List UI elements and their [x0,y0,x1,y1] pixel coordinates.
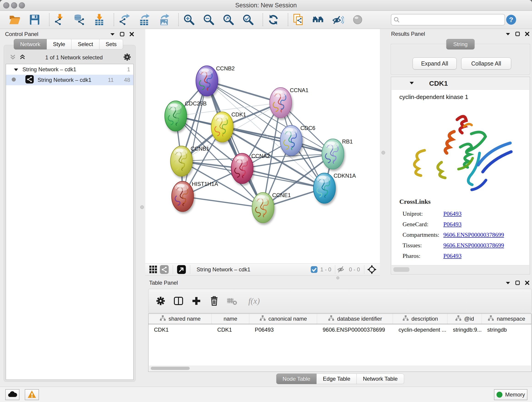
node-CCNB2[interactable] [196,66,218,96]
help-icon[interactable]: ? [505,13,517,26]
network-graph[interactable]: CCNB2CCNA1CDC25BCDK1CDC6RB1CCNB1CCNA2CDK… [145,29,380,263]
cell-namespace[interactable]: stringdb [482,327,531,333]
fit-selected-icon[interactable] [366,263,378,276]
open-folder-icon[interactable] [9,13,21,26]
grid-view-icon[interactable] [148,263,158,276]
edge-HIST1H1A-CCNE1[interactable] [183,196,263,208]
memory-button[interactable]: Memory [494,389,527,400]
zoom-selected-icon[interactable] [242,13,254,26]
crosslink-link[interactable]: P06493 [443,253,462,259]
import-network-icon[interactable] [54,13,66,26]
zoom-out-icon[interactable] [203,13,215,26]
network-options-gear-icon[interactable] [123,52,132,63]
node-CCNE1[interactable] [252,192,274,223]
tab-node-table[interactable]: Node Table [276,374,317,384]
table-options-gear-icon[interactable] [154,295,167,307]
edge-CCNB2-CCNE1[interactable] [207,81,263,208]
tab-edge-table[interactable]: Edge Table [317,374,357,384]
delete-column-icon[interactable] [208,295,220,307]
warnings-button[interactable] [25,389,39,400]
node-CCNA2[interactable] [231,153,253,184]
cell-canonical-name[interactable]: P06493 [249,327,317,333]
crosslink-link[interactable]: P06493 [443,221,462,228]
tab-string[interactable]: String [446,39,475,50]
node-RB1[interactable] [322,139,344,169]
search-input[interactable] [399,15,505,24]
refresh-icon[interactable] [267,13,279,26]
column-header-canonical-name[interactable]: canonical name [249,314,317,324]
node-CDC6[interactable] [280,125,302,156]
cell-name[interactable]: CDK1 [212,327,249,333]
table-panel-collapse-icon[interactable] [505,281,510,285]
protein-card-header[interactable]: CDK1 [392,77,529,89]
export-image-icon[interactable] [158,13,170,26]
string-home-icon[interactable] [312,13,324,26]
node-CCNB1[interactable] [171,146,192,176]
import-database-icon[interactable] [73,13,86,26]
table-h-scrollbar[interactable] [149,366,531,371]
save-icon[interactable] [28,13,41,26]
tab-select[interactable]: Select [71,39,99,50]
left-splitter-handle[interactable] [140,205,144,209]
control-panel-collapse-icon[interactable] [110,32,115,36]
add-column-icon[interactable] [190,295,203,307]
column-header--id[interactable]: @id [447,314,482,324]
clone-network-icon[interactable] [292,13,305,26]
column-header-description[interactable]: description [393,314,447,324]
selected-items-checkbox-icon[interactable] [310,263,318,276]
export-table-icon[interactable] [138,13,150,26]
control-panel-close-icon[interactable] [129,32,134,37]
show-hide-icon[interactable] [332,13,344,26]
table-panel-float-icon[interactable] [515,280,520,285]
results-panel-collapse-icon[interactable] [505,32,510,36]
results-scrollbar[interactable] [392,265,529,274]
cell-shared-name[interactable]: CDK1 [148,327,212,333]
zoom-in-icon[interactable] [183,13,195,26]
expand-all-button[interactable]: Expand All [413,57,457,70]
node-HIST1H1A[interactable] [172,181,194,211]
show-columns-icon[interactable] [172,295,185,307]
crosslink-link[interactable]: 9606.ENSP00000378699 [443,242,504,249]
cloud-status-button[interactable] [5,389,19,400]
edge-CCNB2-HIST1H1A[interactable] [183,81,207,196]
tab-style[interactable]: Style [47,39,71,50]
column-header-shared-name[interactable]: shared name [148,314,212,324]
network-row[interactable]: String Network – cdk1 11 48 [6,75,133,85]
table-splitter-handle[interactable] [336,276,339,279]
results-panel-float-icon[interactable] [515,32,520,36]
crosslink-link[interactable]: 9606.ENSP00000378699 [443,231,504,238]
node-CCNA1[interactable] [270,88,292,118]
node-CDC25B[interactable] [165,101,187,131]
birdseye-view-icon[interactable] [176,263,187,276]
collapse-all-networks-icon[interactable] [10,54,16,61]
cell--id[interactable]: stringdb:9... [447,327,482,333]
network-canvas[interactable]: CCNB2CCNA1CDC25BCDK1CDC6RB1CCNB1CCNA2CDK… [145,29,380,263]
tree-expand-icon[interactable] [14,66,18,73]
network-collection-row[interactable]: String Network – cdk1 1 [6,64,133,75]
control-panel-float-icon[interactable] [120,32,125,37]
node-CDK1[interactable] [211,112,233,142]
zoom-fit-icon[interactable] [222,13,234,26]
node-CDKN1A[interactable] [313,173,336,203]
table-row[interactable]: CDK1CDK1P064939606.ENSP00000378699cyclin… [148,324,531,335]
cell-database-identifier[interactable]: 9606.ENSP00000378699 [317,327,393,333]
results-panel-close-icon[interactable] [525,32,530,36]
export-network-icon[interactable] [118,13,131,26]
column-header-namespace[interactable]: namespace [482,314,531,324]
right-splitter-handle[interactable] [381,151,385,154]
tab-sets[interactable]: Sets [99,39,123,50]
edge-CCNB2-CCNA1[interactable] [207,81,281,103]
cell-description[interactable]: cyclin-dependent ... [393,327,447,333]
column-header-database-identifier[interactable]: database identifier [317,314,393,324]
tab-network-table[interactable]: Network Table [357,374,404,384]
table-panel-close-icon[interactable] [525,280,530,285]
tab-network[interactable]: Network [14,39,47,50]
import-table-icon[interactable] [93,13,105,26]
collapse-all-button[interactable]: Collapse All [461,57,511,70]
crosslink-row: Tissues:9606.ENSP00000378699 [399,240,504,251]
expand-all-networks-icon[interactable] [19,54,25,61]
network-view-icon[interactable] [159,263,170,276]
protein-collapse-icon[interactable] [409,81,414,85]
crosslink-link[interactable]: P06493 [443,211,462,217]
column-header-name[interactable]: name [212,314,249,324]
